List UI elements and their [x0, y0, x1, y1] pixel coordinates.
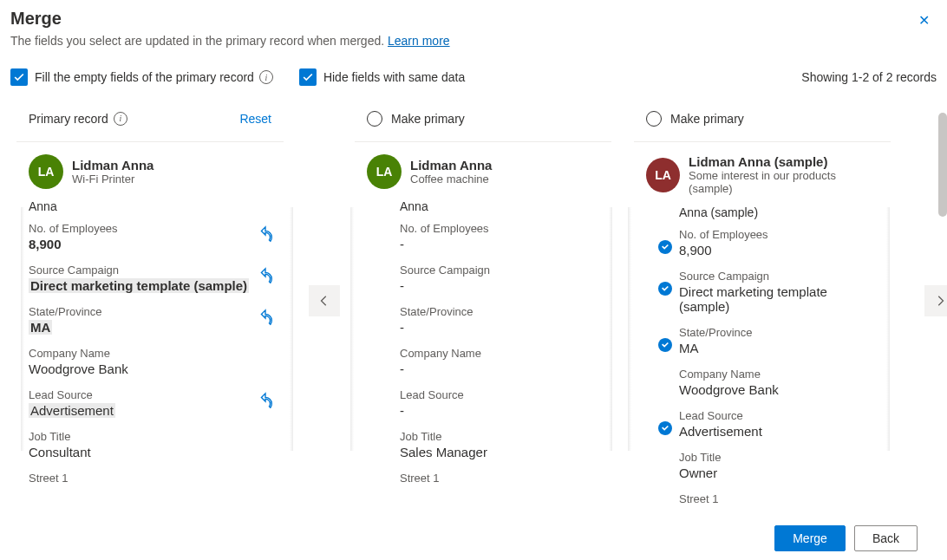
field-street1[interactable]: Street 1 [355, 468, 611, 495]
record-count-text: Showing 1-2 of 2 records [801, 70, 937, 84]
topic-value: Anna [16, 194, 284, 218]
record-column-2: Make primary LA Lidman Anna Coffee machi… [354, 94, 612, 496]
field-lead-source[interactable]: Lead Source- [355, 385, 611, 427]
info-icon[interactable]: i [259, 70, 273, 84]
field-campaign[interactable]: Source Campaign- [355, 260, 611, 302]
field-employees[interactable]: No. of Employees- [355, 218, 611, 260]
next-arrow-icon[interactable] [924, 285, 947, 316]
scrollbar[interactable] [938, 113, 947, 217]
info-icon[interactable]: i [114, 112, 127, 126]
primary-record-label: Primary record [29, 112, 108, 126]
field-lead-source[interactable]: Lead Source Advertisement [16, 385, 284, 427]
fill-empty-checkbox[interactable] [10, 68, 28, 86]
field-company[interactable]: Company Name Woodgrove Bank [16, 343, 284, 385]
field-state[interactable]: State/Province MA [16, 302, 284, 343]
learn-more-link[interactable]: Learn more [388, 34, 450, 48]
merge-button[interactable]: Merge [774, 525, 846, 551]
hide-same-label: Hide fields with same data [323, 70, 465, 84]
record-name: Lidman Anna [72, 158, 153, 173]
make-primary-label: Make primary [391, 112, 465, 126]
avatar: LA [29, 154, 63, 189]
fill-empty-label: Fill the empty fields of the primary rec… [35, 70, 254, 84]
make-primary-label: Make primary [670, 112, 744, 126]
field-job-title[interactable]: Job Title Consultant [16, 427, 284, 468]
record-column-3: Make primary LA Lidman Anna (sample) Som… [633, 94, 891, 517]
reset-link[interactable]: Reset [239, 112, 271, 126]
record-sub: Wi-Fi Printer [72, 173, 153, 186]
primary-record-column: Primary record i Reset LA Lidman Anna Wi… [16, 94, 284, 496]
back-button[interactable]: Back [854, 525, 918, 551]
check-icon [658, 240, 672, 254]
check-icon [658, 421, 672, 435]
field-state[interactable]: State/Province- [355, 302, 611, 343]
field-street1[interactable]: Street 1 [634, 489, 891, 516]
field-street1[interactable]: Street 1 [16, 468, 284, 495]
field-job-title[interactable]: Job TitleOwner [634, 447, 891, 489]
check-icon [658, 282, 672, 296]
undo-icon[interactable] [256, 309, 275, 330]
field-company[interactable]: Company Name- [355, 343, 611, 385]
make-primary-radio[interactable] [367, 111, 382, 127]
field-campaign[interactable]: Source Campaign Direct marketing templat… [16, 260, 284, 302]
field-campaign[interactable]: Source CampaignDirect marketing template… [634, 266, 891, 322]
close-icon[interactable]: ✕ [911, 9, 937, 32]
topic-value: Anna (sample) [634, 200, 891, 225]
field-job-title[interactable]: Job TitleSales Manager [355, 427, 611, 468]
field-company[interactable]: Company NameWoodgrove Bank [634, 364, 891, 406]
undo-icon[interactable] [256, 392, 275, 413]
make-primary-radio[interactable] [646, 111, 662, 127]
check-icon [658, 338, 672, 352]
undo-icon[interactable] [256, 267, 275, 289]
prev-arrow-icon[interactable] [309, 285, 340, 316]
field-employees[interactable]: No. of Employees 8,900 [16, 218, 284, 260]
field-lead-source[interactable]: Lead SourceAdvertisement [634, 406, 891, 447]
field-state[interactable]: State/ProvinceMA [634, 322, 891, 364]
dialog-subtitle: The fields you select are updated in the… [10, 34, 937, 48]
record-name: Lidman Anna [410, 158, 492, 173]
record-sub: Coffee machine [410, 173, 492, 186]
avatar: LA [646, 158, 680, 192]
hide-same-checkbox[interactable] [299, 68, 317, 86]
field-employees[interactable]: No. of Employees8,900 [634, 225, 891, 266]
avatar: LA [367, 154, 402, 189]
record-name: Lidman Anna (sample) [689, 154, 878, 169]
subtitle-text: The fields you select are updated in the… [10, 34, 388, 48]
record-sub: Some interest in our products (sample) [689, 169, 878, 195]
topic-value: Anna [355, 194, 611, 218]
undo-icon[interactable] [256, 225, 275, 247]
dialog-title: Merge [10, 9, 911, 29]
